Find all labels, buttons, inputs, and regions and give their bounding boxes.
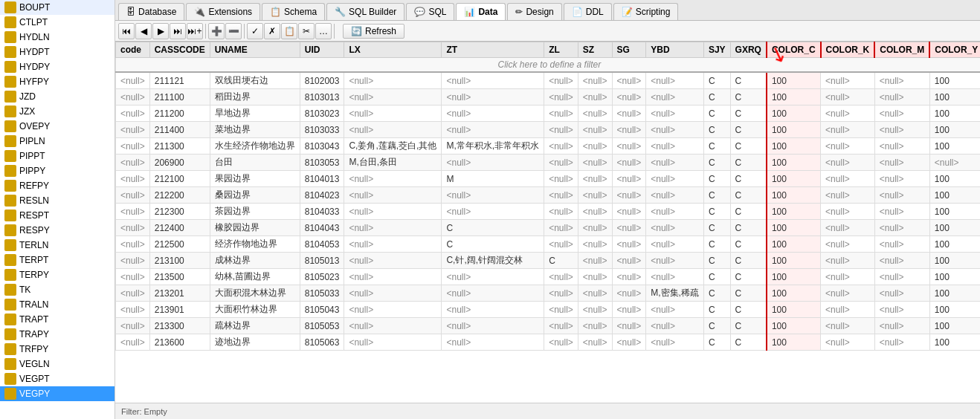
add-row-btn[interactable]: ➕ [208,23,225,39]
sidebar-item-terpt[interactable]: TERPT [0,253,115,267]
col-header-uname[interactable]: UNAME [210,42,300,58]
tab-sql[interactable]: 💬SQL [406,3,454,20]
sidebar-item-refpy[interactable]: REFPY [0,178,115,193]
col-header-zl[interactable]: ZL [544,42,578,58]
table-cell: C,姜角,莲藕,茭白,其他 [344,138,442,155]
sidebar-item-vegln[interactable]: VEGLN [0,357,115,371]
filter-hint[interactable]: Click here to define a filter [116,58,981,73]
col-header-uid[interactable]: UID [300,42,344,58]
table-cell: <null> [646,236,704,253]
null-value: <null> [446,337,471,348]
prev-btn[interactable]: ◀ [135,23,152,39]
next-btn[interactable]: ▶ [152,23,169,39]
sidebar-item-hydpy[interactable]: HYDPY [0,59,115,74]
sidebar-item-boupt[interactable]: BOUPT [0,0,115,15]
table-row[interactable]: <null>211100稻田边界8103013<null><null><null… [116,89,981,105]
col-header-sjy[interactable]: SJY [703,42,730,58]
sidebar-item-pippt[interactable]: PIPPT [0,149,115,163]
table-row[interactable]: <null>206900台田8103053M,台田,条田<null><null>… [116,155,981,171]
sidebar-item-jzd[interactable]: JZD [0,89,115,104]
table-cell: 8104023 [300,187,344,204]
table-row[interactable]: <null>212300茶园边界8104033<null><null><null… [116,204,981,220]
table-row[interactable]: <null>212200桑园边界8104023<null><null><null… [116,187,981,204]
col-header-zt[interactable]: ZT [442,42,544,58]
tab-data[interactable]: 📊Data [456,3,506,20]
sidebar-item-terpy[interactable]: TERPY [0,267,115,282]
tab-design[interactable]: ✏Design [507,3,561,20]
copy-btn[interactable]: 📋 [281,23,297,39]
null-value: <null> [349,92,373,103]
table-cell: M,常年积水,非常年积水 [442,138,544,155]
refresh-button[interactable]: 🔄Refresh [343,24,404,39]
sidebar-item-vegpy[interactable]: VEGPY [0,386,115,401]
sidebar-item-resln[interactable]: RESLN [0,193,115,208]
table-cell: 100 [767,285,821,302]
table-row[interactable]: <null>213100成林边界8105013<null>C,针,阔,针阔混交林… [116,253,981,269]
table-cell: <null> [646,155,704,171]
first-btn[interactable]: ⏮ [118,23,135,39]
sidebar-item-ctlpt[interactable]: CTLPT [0,15,115,30]
sidebar-item-hydln[interactable]: HYDLN [0,30,115,45]
col-header-gxrq[interactable]: GXRQ [730,42,767,58]
last-plus-btn[interactable]: ⏭+ [187,23,203,39]
table-row[interactable]: <null>213600迹地边界8105063<null><null><null… [116,334,981,351]
table-cell: C [703,285,730,302]
table-row[interactable]: <null>213500幼林,苗圃边界8105023<null><null><n… [116,269,981,285]
sidebar-item-respt[interactable]: RESPT [0,208,115,223]
col-header-color_c[interactable]: COLOR_C [767,42,821,58]
sidebar-item-vegpt[interactable]: VEGPT [0,371,115,386]
sidebar-item-traln[interactable]: TRALN [0,297,115,312]
col-header-code[interactable]: code [116,42,150,58]
col-header-casscode[interactable]: CASSCODE [149,42,210,58]
sidebar-item-pipln[interactable]: PIPLN [0,134,115,149]
sidebar-item-ovepy[interactable]: OVEPY [0,119,115,134]
sidebar-item-tk[interactable]: TK [0,282,115,297]
table-row[interactable]: <null>211121双线田埂右边8102003<null><null><nu… [116,72,981,89]
col-header-color_k[interactable]: COLOR_K [821,42,875,58]
cancel-edit-btn[interactable]: ✗ [264,23,280,39]
col-header-color_m[interactable]: COLOR_M [874,42,929,58]
null-value: <null> [880,337,904,348]
table-row[interactable]: <null>212100果园边界8104013<null>M<null><nul… [116,171,981,187]
tab-schema[interactable]: 📋Schema [262,3,325,20]
tab-database[interactable]: 🗄Database [118,3,184,20]
sidebar-item-trapy[interactable]: TRAPY [0,327,115,342]
table-row[interactable]: <null>211300水生经济作物地边界8103043C,姜角,莲藕,茭白,其… [116,138,981,155]
col-header-sg[interactable]: SG [612,42,646,58]
table-row[interactable]: <null>213901大面积竹林边界8105043<null><null><n… [116,302,981,318]
col-header-lx[interactable]: LX [344,42,442,58]
table-row[interactable]: <null>212400橡胶园边界8104043<null>C<null><nu… [116,220,981,236]
tab-ddl[interactable]: 📄DDL [564,3,612,20]
sidebar-item-jzx[interactable]: JZX [0,104,115,119]
table-row[interactable]: <null>211200旱地边界8103023<null><null><null… [116,105,981,122]
delete-row-btn[interactable]: ➖ [225,23,242,39]
col-header-ybd[interactable]: YBD [646,42,704,58]
sidebar-item-respy[interactable]: RESPY [0,223,115,238]
confirm-btn[interactable]: ✓ [247,23,263,39]
tab-label: Scripting [636,7,671,17]
more-btn[interactable]: … [315,23,332,39]
last-btn[interactable]: ⏭ [170,23,186,39]
table-row[interactable]: <null>213201大面积混木林边界8105033<null><null><… [116,285,981,302]
sidebar-item-terln[interactable]: TERLN [0,238,115,253]
table-row[interactable]: <null>213300疏林边界8105053<null><null><null… [116,318,981,334]
table-cell: <null> [442,285,544,302]
table-area[interactable]: ↘ codeCASSCODEUNAMEUIDLXZTZLSZSGYBDSJYGX… [115,42,980,403]
tab-extensions[interactable]: 🔌Extensions [186,3,260,20]
col-header-color_y[interactable]: COLOR_Y [929,42,980,58]
sidebar-item-trfpy[interactable]: TRFPY [0,342,115,357]
sidebar-item-trapt[interactable]: TRAPT [0,312,115,327]
null-value: <null> [617,207,642,217]
table-row[interactable]: <null>211400菜地边界8103033<null><null><null… [116,122,981,138]
null-value: <null> [651,174,675,184]
sidebar-item-hyfpy[interactable]: HYFPY [0,74,115,89]
sidebar-item-hydpt[interactable]: HYDPT [0,45,115,59]
cut-btn[interactable]: ✂ [298,23,315,39]
tab-sql-builder[interactable]: 🔧SQL Builder [326,3,404,20]
sidebar-item-pippy[interactable]: PIPPY [0,163,115,178]
null-value: <null> [583,174,607,184]
col-header-sz[interactable]: SZ [578,42,612,58]
table-row[interactable]: <null>212500经济作物地边界8104053<null>C<null><… [116,236,981,253]
tab-scripting[interactable]: 📝Scripting [613,3,679,20]
table-cell: <null> [874,171,929,187]
